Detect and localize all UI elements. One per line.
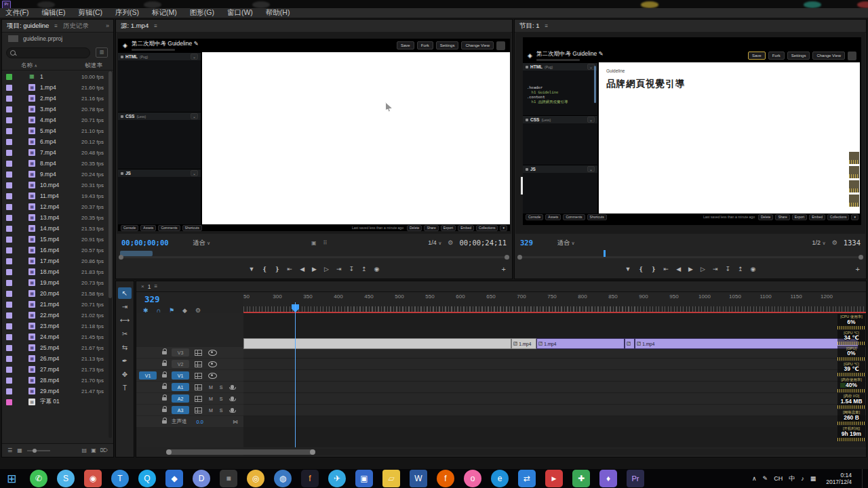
play-icon[interactable]: ▶ — [688, 266, 693, 272]
mic-icon[interactable] — [231, 385, 234, 389]
source-scrub-bar[interactable] — [116, 251, 512, 260]
clip-name[interactable]: 3.mp4 — [40, 106, 56, 113]
network-icon[interactable]: ▦ — [810, 475, 816, 482]
table-row[interactable]: ▦ 5.mp4 21.10 fps — [2, 125, 108, 136]
timeline-clip[interactable]: fx 1.mp4 — [635, 338, 859, 349]
clip-name[interactable]: 13.mp4 — [40, 214, 59, 221]
track-output-icon[interactable] — [195, 384, 202, 390]
clip-name[interactable]: 12.mp4 — [40, 203, 59, 210]
clip-name[interactable]: 22.mp4 — [40, 312, 59, 319]
label-color-chip[interactable] — [6, 280, 12, 286]
master-gain-value[interactable]: 0.0 — [197, 419, 203, 425]
label-color-chip[interactable] — [6, 85, 12, 91]
track-select-forward-tool[interactable]: ⇥ — [118, 301, 132, 312]
clip-name[interactable]: 5.mp4 — [40, 127, 56, 134]
add-marker-icon[interactable]: ▼ — [249, 266, 255, 272]
taskbar-qq-icon[interactable]: Q — [138, 470, 156, 487]
panel-menu-icon[interactable]: ≡ — [54, 23, 58, 29]
clip-name[interactable]: 7.mp4 — [40, 149, 56, 156]
panel-menu-icon[interactable]: ≡ — [154, 23, 157, 29]
insert-icon[interactable]: ↧ — [725, 266, 730, 272]
clip-name[interactable]: 11.mp4 — [40, 192, 59, 199]
label-color-chip[interactable] — [6, 258, 12, 264]
resolution-dropdown[interactable]: 1/4 ∨ — [428, 239, 441, 246]
icon-view-icon[interactable]: ▦ — [17, 447, 22, 453]
taskbar-chrome-icon[interactable]: ◎ — [247, 470, 264, 487]
clip-name[interactable]: 29.mp4 — [40, 388, 59, 394]
go-to-in-icon[interactable]: ⇤ — [288, 266, 293, 272]
taskbar-osu-icon[interactable]: o — [464, 470, 481, 487]
taskbar-tim-icon[interactable]: T — [111, 470, 129, 487]
table-row[interactable]: ▦ 15.mp4 20.91 fps — [2, 234, 108, 245]
menu-item[interactable]: 帮助(H) — [266, 8, 290, 18]
solo-button[interactable]: S — [220, 396, 223, 401]
fit-dropdown[interactable]: 适合 ∨ — [557, 239, 575, 247]
track-output-icon[interactable] — [195, 396, 202, 402]
timeline-clip[interactable]: fx 1.mp4 — [511, 338, 536, 349]
clip-name[interactable]: 15.mp4 — [40, 236, 59, 243]
selection-tool[interactable]: ↖ — [118, 287, 132, 299]
table-row[interactable]: ▦ 8.mp4 20.35 fps — [2, 158, 108, 169]
table-row[interactable]: ▦ 12.mp4 20.37 fps — [2, 201, 108, 212]
taskbar-clock[interactable]: 0:14 2017/12/4 — [826, 472, 852, 485]
search-input[interactable] — [6, 47, 90, 58]
button-editor-icon[interactable]: + — [502, 265, 506, 273]
clip-name[interactable]: 23.mp4 — [40, 323, 59, 329]
button-editor-icon[interactable]: + — [856, 265, 860, 273]
lock-icon[interactable] — [162, 363, 167, 366]
label-color-chip[interactable] — [6, 345, 12, 351]
source-timecode[interactable]: 00;00;00;00 — [121, 239, 169, 247]
timeline-clip[interactable] — [243, 338, 511, 349]
timeline-hscroll-track[interactable] — [243, 449, 866, 455]
timeline-timecode[interactable]: 329 — [144, 294, 160, 304]
taskbar-dark-app-icon[interactable]: ■ — [220, 470, 237, 487]
label-color-chip[interactable] — [6, 193, 12, 199]
filter-bin-icon[interactable]: ▥ — [96, 47, 108, 58]
clip-name[interactable]: 21.mp4 — [40, 301, 59, 308]
project-scrollbar[interactable] — [108, 71, 112, 438]
clear-icon[interactable]: ⌦ — [100, 447, 108, 453]
clip-name[interactable]: 25.mp4 — [40, 344, 59, 351]
table-row[interactable]: ▦ 21.mp4 20.71 fps — [2, 299, 108, 310]
table-row[interactable]: ▦ 27.mp4 21.73 fps — [2, 364, 108, 375]
clip-name[interactable]: 26.mp4 — [40, 355, 59, 362]
taskbar-call-app-icon[interactable]: ✆ — [30, 470, 47, 487]
zoom-scrollbar[interactable] — [519, 256, 862, 258]
mic-icon[interactable] — [231, 408, 234, 412]
label-color-chip[interactable] — [6, 302, 12, 308]
mute-button[interactable]: M — [209, 385, 213, 390]
tab-program-monitor[interactable]: 节目: 1 — [519, 22, 540, 30]
table-row[interactable]: ▦ 17.mp4 20.86 fps — [2, 256, 108, 266]
taskbar-telegram-icon[interactable]: ✈ — [328, 470, 346, 487]
clip-name[interactable]: 14.mp4 — [40, 225, 59, 232]
project-file-name[interactable]: guideline.prproj — [23, 35, 62, 42]
menu-item[interactable]: 剪辑(C) — [78, 8, 102, 18]
label-color-chip[interactable] — [6, 161, 12, 167]
panel-menu-icon[interactable]: ≡ — [545, 23, 549, 29]
settings-wrench-icon[interactable]: ⚙ — [832, 239, 837, 246]
step-back-icon[interactable]: ◀ — [676, 266, 681, 272]
handwriting-icon[interactable]: ✎ — [763, 475, 768, 482]
label-color-chip[interactable] — [6, 171, 12, 178]
monitor-overlay-icon[interactable]: ▣ — [311, 240, 317, 246]
tab-source-monitor[interactable]: 源: 1.mp4 — [121, 22, 149, 30]
menu-item[interactable]: 标记(M) — [152, 8, 177, 18]
overwrite-icon[interactable]: ↥ — [361, 266, 367, 272]
track-content[interactable] — [243, 370, 866, 381]
clip-name[interactable]: 24.mp4 — [40, 333, 59, 340]
label-color-chip[interactable] — [6, 139, 12, 145]
label-color-chip[interactable] — [6, 399, 12, 405]
table-row[interactable]: ▦ 4.mp4 20.71 fps — [2, 115, 108, 125]
taskbar-green-app-icon[interactable]: ✚ — [572, 470, 590, 487]
clip-name[interactable]: 6.mp4 — [40, 138, 56, 145]
clip-name[interactable]: 18.mp4 — [40, 268, 59, 275]
track-target-button[interactable]: V2 — [172, 360, 189, 368]
table-row[interactable]: ▦ 6.mp4 20.12 fps — [2, 136, 108, 147]
label-color-chip[interactable] — [6, 117, 12, 123]
add-marker-icon[interactable]: ▼ — [625, 266, 631, 272]
new-item-icon[interactable]: ▣ — [91, 447, 96, 453]
mic-icon[interactable] — [231, 396, 234, 401]
show-desktop-button[interactable] — [862, 469, 865, 488]
taskbar-edge-icon[interactable]: e — [491, 470, 509, 487]
taskbar-sync-app-icon[interactable]: ⇄ — [518, 470, 536, 487]
